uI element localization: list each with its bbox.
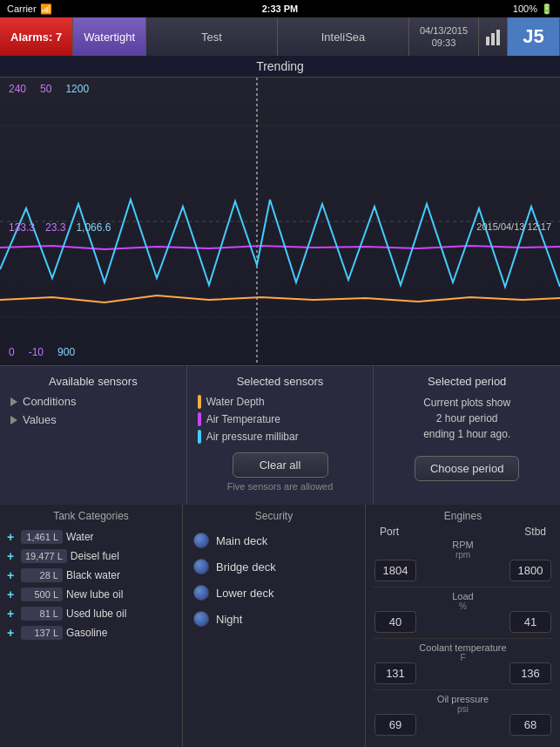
tank-value: 1,461 L <box>21 530 63 544</box>
tank-name: Used lube oil <box>66 608 126 620</box>
intelisea-tab[interactable]: InteliSea <box>278 17 409 56</box>
security-dot-icon <box>193 611 209 627</box>
mid-label-3: 1,066.6 <box>76 221 111 234</box>
svg-rect-1 <box>491 33 495 45</box>
security-panel: Security Main deck Bridge deck Lower dec… <box>183 505 366 747</box>
alarms-label: Alarms: 7 <box>10 31 62 44</box>
test-tab[interactable]: Test <box>146 17 278 56</box>
security-row[interactable]: Main deck <box>183 527 365 553</box>
port-oil-value: 69 <box>374 714 416 736</box>
oil-block: Oil pressure psi 69 68 <box>373 694 553 736</box>
air-pressure-color <box>198 430 201 444</box>
coolant-unit: F <box>373 653 553 662</box>
load-unit: % <box>373 601 553 611</box>
sensors-panel: Available sensors Conditions Values Sele… <box>0 365 560 505</box>
tank-row[interactable]: + 28 L Black water <box>0 566 182 585</box>
clear-all-button[interactable]: Clear all <box>233 452 328 478</box>
tank-value: 81 L <box>21 607 63 621</box>
tank-plus-icon: + <box>7 587 17 601</box>
svg-rect-2 <box>496 30 500 45</box>
svg-rect-0 <box>486 37 489 45</box>
tank-plus-icon: + <box>7 549 17 563</box>
tank-row[interactable]: + 81 L Used lube oil <box>0 604 182 623</box>
tank-row[interactable]: + 500 L New lube oil <box>0 585 182 604</box>
values-item[interactable]: Values <box>10 413 176 426</box>
stbd-rpm-value: 1800 <box>509 560 551 581</box>
port-label: Port <box>380 526 399 538</box>
tank-row[interactable]: + 137 L Gasoline <box>0 623 182 642</box>
conditions-expand-icon <box>10 397 17 406</box>
rpm-block: RPM rpm 1804 1800 <box>373 540 553 581</box>
chart-top-labels: 240 50 1200 <box>9 83 89 95</box>
coolant-values: 131 136 <box>373 662 553 684</box>
battery-label: 100% <box>513 3 537 14</box>
engines-panel: Engines Port Stbd RPM rpm 1804 1800 Load… <box>366 505 560 747</box>
coolant-label: Coolant temperature <box>373 642 553 653</box>
load-label: Load <box>373 591 553 601</box>
signal-tab <box>479 17 508 56</box>
mid-label-1: 133.3 <box>9 221 35 234</box>
test-label: Test <box>201 31 222 44</box>
tank-value: 28 L <box>21 568 63 582</box>
security-row[interactable]: Lower deck <box>183 580 365 606</box>
tank-name: Black water <box>66 569 120 581</box>
port-rpm-value: 1804 <box>374 560 416 581</box>
oil-values: 69 68 <box>373 714 553 736</box>
alarms-tab[interactable]: Alarms: 7 <box>0 17 73 56</box>
tank-plus-icon: + <box>7 607 17 621</box>
time-label: 2:33 PM <box>262 3 299 14</box>
tank-value: 19,477 L <box>21 549 67 563</box>
bottom-label-3: 900 <box>57 346 75 358</box>
datetime-tab: 04/13/201509:33 <box>409 17 479 56</box>
divider-2 <box>373 638 553 639</box>
top-label-2: 50 <box>40 83 51 95</box>
intelisea-label: InteliSea <box>321 31 366 44</box>
sensor-water-depth: Water Depth <box>198 395 363 409</box>
sensor-air-temperature: Air Temperature <box>198 412 363 426</box>
conditions-label: Conditions <box>23 395 76 408</box>
water-depth-color <box>198 395 201 409</box>
security-rows: Main deck Bridge deck Lower deck Night <box>183 527 365 632</box>
water-depth-label: Water Depth <box>206 396 265 408</box>
chart-mid-labels: 133.3 23.3 1,066.6 <box>9 221 111 234</box>
security-dot-icon <box>193 559 209 574</box>
air-temp-color <box>198 412 201 426</box>
wifi-icon: 📶 <box>40 3 52 15</box>
security-row[interactable]: Bridge deck <box>183 553 365 580</box>
status-bar: Carrier 📶 2:33 PM 100% 🔋 <box>0 0 560 17</box>
chart-datetime: 2015/04/13 12:17 <box>476 221 551 232</box>
bottom-section: Tank Categories + 1,461 L Water + 19,477… <box>0 505 560 747</box>
tank-value: 500 L <box>21 587 63 601</box>
oil-unit: psi <box>373 704 553 714</box>
chart-container[interactable]: 240 50 1200 133.3 23.3 1,066.6 2015/04/1… <box>0 78 560 365</box>
trending-title: Trending <box>0 56 560 78</box>
divider-3 <box>373 689 553 690</box>
tank-name: New lube oil <box>66 588 123 601</box>
choose-period-button[interactable]: Choose period <box>415 456 519 481</box>
top-label-3: 1200 <box>65 83 89 95</box>
tank-row[interactable]: + 1,461 L Water <box>0 527 182 547</box>
security-item-label: Lower deck <box>216 587 273 600</box>
divider-1 <box>373 587 553 587</box>
air-temp-label: Air Temperature <box>206 413 280 425</box>
tank-panel-title: Tank Categories <box>0 510 182 522</box>
selected-sensors-box: Selected sensors Water Depth Air Tempera… <box>187 366 374 505</box>
tank-name: Deisel fuel <box>71 550 119 562</box>
watertight-label: Watertight <box>84 31 135 44</box>
bottom-label-2: -10 <box>29 346 44 358</box>
carrier-label: Carrier <box>7 3 37 14</box>
security-item-label: Main deck <box>216 534 267 547</box>
engines-port-stbd: Port Stbd <box>373 526 553 538</box>
watertight-tab[interactable]: Watertight <box>73 17 146 56</box>
security-row[interactable]: Night <box>183 606 365 632</box>
selected-period-box: Selected period Current plots show2 hour… <box>374 366 560 505</box>
stbd-coolant-value: 136 <box>509 662 551 684</box>
selected-sensors-title: Selected sensors <box>198 375 363 388</box>
nav-bar: Alarms: 7 Watertight Test InteliSea 04/1… <box>0 17 560 56</box>
available-sensors-title: Available sensors <box>10 375 176 388</box>
tank-row[interactable]: + 19,477 L Deisel fuel <box>0 547 182 566</box>
conditions-item[interactable]: Conditions <box>10 395 176 408</box>
sensor-air-pressure: Air pressure millibar <box>198 430 363 444</box>
five-sensors-note: Five sensors are allowed <box>198 481 363 492</box>
values-expand-icon <box>10 416 17 424</box>
